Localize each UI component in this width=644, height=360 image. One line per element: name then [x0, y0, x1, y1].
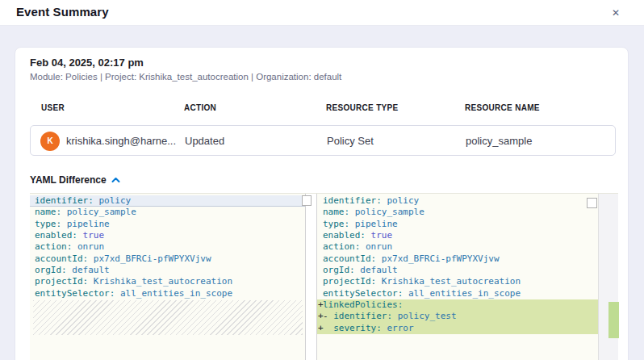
overview-ruler-added-marker — [608, 302, 619, 338]
code-line: projectId: Krishika_test_autocreation — [30, 276, 305, 287]
diff-add-sign: + — [318, 299, 324, 311]
code-line: action: onrun — [317, 241, 598, 253]
code-line: name: policy_sample — [317, 207, 598, 218]
diff-added-line: + severity: error — [317, 323, 598, 334]
event-context: Module: Policies | Project: Krishika_tes… — [30, 72, 341, 82]
event-timestamp: Feb 04, 2025, 02:17 pm — [30, 57, 144, 69]
code-line: identifier: policy — [30, 195, 305, 207]
code-line: orgId: default — [30, 265, 305, 276]
row-resource-name: policy_sample — [466, 135, 532, 147]
code-line: name: policy_sample — [30, 207, 305, 218]
column-header-resource-type: RESOURCE TYPE — [326, 103, 398, 112]
table-row: K krishika.singh@harne... Updated Policy… — [30, 125, 616, 156]
code-line: identifier: policy — [317, 195, 598, 207]
code-line: accountId: px7xd_BFRCi-pfWPYXVjvw — [30, 253, 305, 265]
diff-added-line: +- identifier: policy_test — [317, 311, 598, 322]
row-user: krishika.singh@harne... — [66, 135, 176, 147]
scroll-corner-box — [302, 195, 312, 206]
column-header-user: USER — [41, 103, 65, 112]
yaml-difference-header[interactable]: YAML Difference — [30, 172, 120, 185]
diff-gutter — [306, 194, 317, 360]
event-summary-card: Feb 04, 2025, 02:17 pm Module: Policies … — [15, 47, 629, 360]
code-line: type: pipeline — [317, 219, 598, 230]
modal-header: Event Summary ✕ — [0, 0, 644, 26]
code-line: entitySelector: all_entities_in_scope — [30, 288, 305, 299]
code-line: type: pipeline — [30, 219, 305, 230]
code-line: enabled: true — [317, 230, 598, 241]
close-icon[interactable]: ✕ — [608, 6, 623, 20]
code-line: accountId: px7xd_BFRCi-pfWPYXVjvw — [317, 253, 598, 265]
code-line: enabled: true — [30, 230, 305, 241]
code-line: action: onrun — [30, 241, 305, 253]
code-line: entitySelector: all_entities_in_scope — [317, 288, 598, 299]
overview-ruler[interactable] — [598, 194, 618, 360]
scroll-corner-box — [587, 198, 597, 208]
page-title: Event Summary — [16, 5, 109, 19]
code-line: orgId: default — [317, 265, 598, 276]
yaml-diff-viewer: identifier: policyname: policy_sampletyp… — [30, 193, 618, 360]
diff-right-editor[interactable]: identifier: policyname: policy_sampletyp… — [317, 194, 598, 360]
diff-added-line: +linkedPolicies: — [317, 299, 598, 311]
diff-add-sign: + — [318, 323, 324, 334]
column-header-action: ACTION — [184, 103, 216, 112]
yaml-difference-label: YAML Difference — [30, 174, 107, 186]
row-resource-type: Policy Set — [327, 135, 374, 147]
avatar: K — [40, 132, 60, 151]
diff-left-editor[interactable]: identifier: policyname: policy_sampletyp… — [30, 194, 306, 360]
row-action: Updated — [185, 135, 224, 147]
diff-add-sign: + — [318, 311, 324, 322]
chevron-up-icon[interactable] — [111, 177, 120, 183]
column-header-resource-name: RESOURCE NAME — [465, 103, 540, 112]
code-line: projectId: Krishika_test_autocreation — [317, 276, 598, 287]
deleted-lines-hatch — [33, 300, 303, 335]
